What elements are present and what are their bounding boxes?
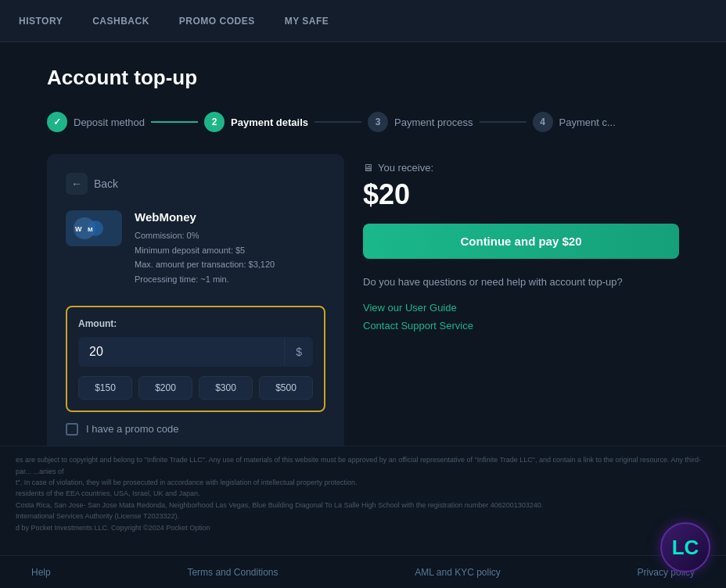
receive-amount: $20 [363,178,679,211]
right-panel: 🖥 You receive: $20 Continue and pay $20 … [363,154,679,338]
footer-links: Help Terms and Conditions AML and KYC po… [0,555,726,588]
step-2-circle: 2 [204,112,225,132]
navigation: HISTORY CASHBACK PROMO CODES MY SAFE [0,0,726,42]
nav-promo-codes[interactable]: PROMO CODES [176,11,258,31]
step-4: 4 Payment c... [533,112,616,132]
back-button[interactable]: ← Back [66,173,325,195]
amount-input[interactable] [78,337,284,367]
step-2: 2 Payment details [204,112,308,132]
step-3: 3 Payment process [368,112,473,132]
step-4-circle: 4 [533,112,553,132]
step-2-label: Payment details [231,117,308,128]
step-1-label: Deposit method [74,117,145,128]
step-line-1 [151,121,198,123]
payment-method-name: WebMoney [135,210,325,224]
preset-amounts: $150 $200 $300 $500 [78,376,313,400]
legal-text: es are subject to copyright and belong t… [16,454,710,533]
preset-200[interactable]: $200 [138,376,192,400]
support-link[interactable]: Contact Support Service [363,320,679,332]
promo-label: I have a promo code [86,423,179,435]
amount-section: Amount: $ $150 $200 $300 $500 [66,306,325,412]
nav-my-safe[interactable]: MY SAFE [282,11,332,31]
payment-method-info: WebMoney Commission: 0% Minimum deposit … [135,210,325,287]
promo-checkbox[interactable] [66,423,78,436]
footer-legal: es are subject to copyright and belong t… [0,446,726,541]
detail-line-2: Max. amount per transaction: $3,120 [135,257,325,272]
webmoney-logo: W M [66,210,122,246]
stepper: ✓ Deposit method 2 Payment details 3 Pay… [47,112,679,132]
amount-label: Amount: [78,318,313,329]
svg-text:M: M [88,226,93,233]
svg-text:W: W [75,225,82,233]
step-4-label: Payment c... [559,117,616,128]
back-label: Back [94,177,118,190]
promo-section: I have a promo code [66,423,325,436]
footer-aml[interactable]: AML and KYC policy [415,567,501,578]
nav-cashback[interactable]: CASHBACK [89,11,153,31]
step-1-circle: ✓ [47,112,67,132]
preset-300[interactable]: $300 [199,376,253,400]
preset-150[interactable]: $150 [78,376,132,400]
footer-terms[interactable]: Terms and Conditions [187,567,278,578]
receive-label: 🖥 You receive: [363,162,679,174]
payment-method-detail: Commission: 0% Minimum deposit amount: $… [135,228,325,287]
help-text: Do you have questions or need help with … [363,274,679,291]
detail-line-3: Processing time: ~1 min. [135,272,325,287]
monitor-icon: 🖥 [363,162,373,174]
step-line-2 [314,121,361,123]
step-3-circle: 3 [368,112,388,132]
nav-history[interactable]: HISTORY [16,11,66,31]
step-3-label: Payment process [394,117,473,128]
preset-500[interactable]: $500 [259,376,313,400]
user-guide-link[interactable]: View our User Guide [363,302,679,314]
detail-line-0: Commission: 0% [135,228,325,243]
pay-button[interactable]: Continue and pay $20 [363,224,679,259]
footer-help[interactable]: Help [31,567,51,578]
page-title: Account top-up [47,66,679,90]
payment-method-header: W M WebMoney Commission: 0% Minimum depo… [66,210,325,287]
amount-input-wrapper: $ [78,337,313,367]
detail-line-1: Minimum deposit amount: $5 [135,243,325,258]
step-1: ✓ Deposit method [47,112,145,132]
back-arrow-icon: ← [66,173,88,195]
currency-symbol: $ [284,338,313,366]
lc-logo[interactable]: LC [660,522,710,572]
step-line-3 [480,121,527,123]
